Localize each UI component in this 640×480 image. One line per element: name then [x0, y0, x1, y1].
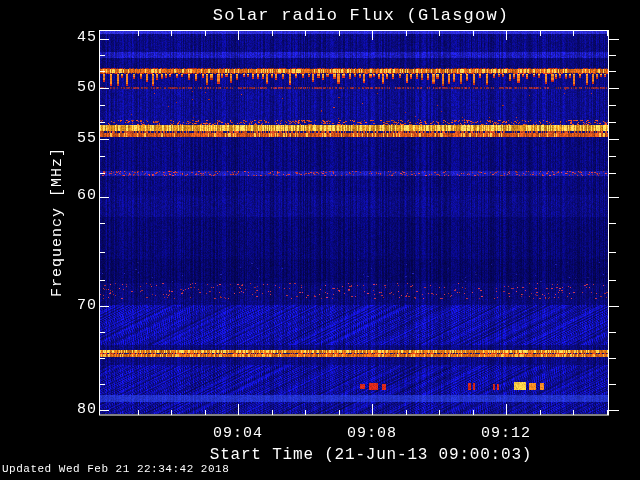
x-tick-label-0904: 09:04 — [198, 425, 278, 443]
y-tick-label-50: 50 — [55, 79, 97, 97]
x-tick-label-0912: 09:12 — [466, 425, 546, 443]
updated-timestamp: Updated Wed Feb 21 22:34:42 2018 — [2, 463, 229, 476]
x-axis-title: Start Time (21-Jun-13 09:00:03) — [191, 445, 551, 465]
y-tick-label-45: 45 — [55, 29, 97, 47]
solar-radio-spectrogram-page: Solar radio Flux (Glasgow) 45 50 55 60 7… — [0, 0, 640, 480]
x-tick-label-0908: 09:08 — [332, 425, 412, 443]
plot-title: Solar radio Flux (Glasgow) — [61, 5, 640, 26]
y-tick-label-80: 80 — [55, 401, 97, 419]
y-axis-title: Frequency [MHz] — [50, 142, 66, 302]
